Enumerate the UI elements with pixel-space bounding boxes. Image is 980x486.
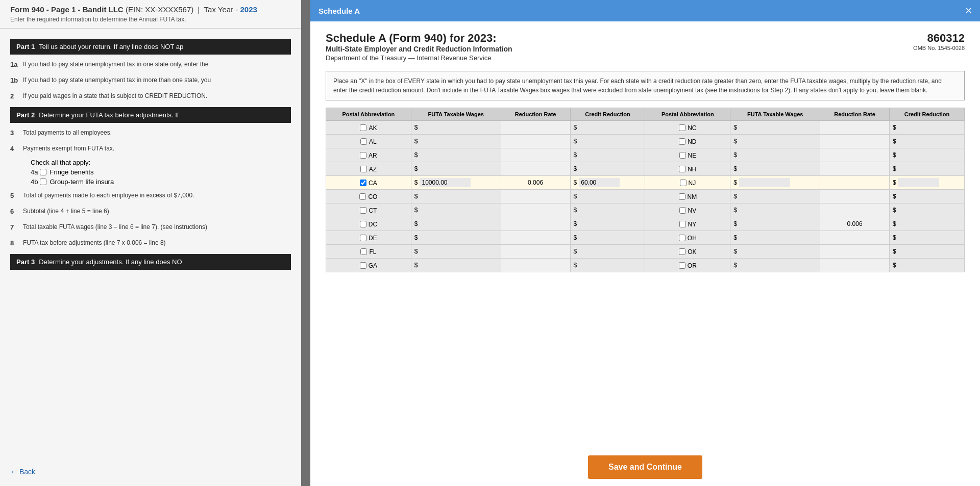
futa-wages-NH[interactable]: $ <box>730 162 820 176</box>
credit-reduction-NC[interactable]: $ <box>890 121 965 135</box>
checkbox-NM[interactable] <box>679 193 685 200</box>
futa-wages-AL[interactable]: $ <box>411 135 501 148</box>
credit-reduction-NH[interactable]: $ <box>890 162 965 176</box>
futa-wages-input-OH[interactable] <box>739 233 790 242</box>
checkbox-AZ[interactable] <box>360 166 367 172</box>
checkbox-DE[interactable] <box>360 235 366 241</box>
state-check-AL[interactable]: AL <box>326 135 411 148</box>
futa-wages-input-AR[interactable] <box>420 150 471 160</box>
credit-reduction-input-NY[interactable] <box>898 219 939 228</box>
credit-reduction-input-CO[interactable] <box>579 192 620 201</box>
checkbox-CA[interactable] <box>360 180 366 186</box>
checkbox-NV[interactable] <box>679 207 686 214</box>
credit-reduction-NV[interactable]: $ <box>890 203 965 217</box>
checkbox-AK[interactable] <box>360 124 366 131</box>
futa-wages-input-NM[interactable] <box>739 192 790 201</box>
credit-reduction-FL[interactable]: $ <box>570 245 645 259</box>
state-check-ND[interactable]: ND <box>645 135 730 148</box>
credit-reduction-AZ[interactable]: $ <box>570 162 645 176</box>
credit-reduction-input-CT[interactable] <box>579 206 620 215</box>
credit-reduction-OH[interactable]: $ <box>890 231 965 245</box>
futa-wages-CA[interactable]: $ <box>411 176 501 190</box>
credit-reduction-input-AK[interactable] <box>579 123 620 132</box>
state-check-GA[interactable]: GA <box>326 259 411 272</box>
futa-wages-input-NV[interactable] <box>739 206 790 215</box>
futa-wages-ND[interactable]: $ <box>730 135 820 148</box>
checkbox-AL[interactable] <box>360 138 367 145</box>
credit-reduction-NJ[interactable]: $ <box>890 176 965 190</box>
credit-reduction-CA[interactable]: $ <box>570 176 645 190</box>
credit-reduction-input-OK[interactable] <box>898 247 939 256</box>
futa-wages-NC[interactable]: $ <box>730 121 820 135</box>
futa-wages-input-FL[interactable] <box>420 247 471 256</box>
futa-wages-AR[interactable]: $ <box>411 148 501 162</box>
futa-wages-input-OK[interactable] <box>739 247 790 256</box>
futa-wages-input-CT[interactable] <box>420 206 471 215</box>
save-continue-button[interactable]: Save and Continue <box>588 455 702 479</box>
credit-reduction-DC[interactable]: $ <box>570 217 645 231</box>
credit-reduction-NY[interactable]: $ <box>890 217 965 231</box>
futa-wages-NY[interactable]: $ <box>730 217 820 231</box>
futa-wages-NJ[interactable]: $ <box>730 176 820 190</box>
state-check-AR[interactable]: AR <box>326 148 411 162</box>
credit-reduction-NM[interactable]: $ <box>890 190 965 203</box>
futa-wages-input-AZ[interactable] <box>420 164 471 173</box>
state-check-CT[interactable]: CT <box>326 203 411 217</box>
credit-reduction-OR[interactable]: $ <box>890 259 965 272</box>
credit-reduction-input-NJ[interactable] <box>898 178 939 187</box>
checkbox-AR[interactable] <box>360 152 366 159</box>
futa-wages-DC[interactable]: $ <box>411 217 501 231</box>
futa-wages-DE[interactable]: $ <box>411 231 501 245</box>
credit-reduction-AR[interactable]: $ <box>570 148 645 162</box>
credit-reduction-NE[interactable]: $ <box>890 148 965 162</box>
state-check-CA[interactable]: CA <box>326 176 411 190</box>
checkbox-GA[interactable] <box>360 262 366 269</box>
checkbox-NY[interactable] <box>679 221 686 227</box>
credit-reduction-input-DC[interactable] <box>579 219 620 228</box>
credit-reduction-input-NC[interactable] <box>898 123 939 132</box>
credit-reduction-input-OR[interactable] <box>898 261 939 270</box>
checkbox-4b[interactable] <box>40 178 46 185</box>
futa-wages-OR[interactable]: $ <box>730 259 820 272</box>
checkbox-NJ[interactable] <box>680 180 687 186</box>
state-check-OK[interactable]: OK <box>645 245 730 259</box>
futa-wages-input-AL[interactable] <box>420 137 471 146</box>
credit-reduction-input-AR[interactable] <box>579 150 620 160</box>
credit-reduction-OK[interactable]: $ <box>890 245 965 259</box>
back-button[interactable]: ← Back <box>10 468 35 476</box>
state-check-NC[interactable]: NC <box>645 121 730 135</box>
credit-reduction-GA[interactable]: $ <box>570 259 645 272</box>
credit-reduction-CT[interactable]: $ <box>570 203 645 217</box>
state-check-NJ[interactable]: NJ <box>645 176 730 190</box>
credit-reduction-input-ND[interactable] <box>898 137 939 146</box>
futa-wages-OK[interactable]: $ <box>730 245 820 259</box>
checkbox-OH[interactable] <box>679 235 685 241</box>
state-check-NE[interactable]: NE <box>645 148 730 162</box>
futa-wages-input-GA[interactable] <box>420 261 471 270</box>
checkbox-4a-row[interactable]: 4a Fringe benefits <box>31 168 291 176</box>
state-check-DC[interactable]: DC <box>326 217 411 231</box>
state-check-OR[interactable]: OR <box>645 259 730 272</box>
state-check-OH[interactable]: OH <box>645 231 730 245</box>
futa-wages-input-NH[interactable] <box>739 164 790 173</box>
modal-close-button[interactable]: × <box>965 5 972 16</box>
futa-wages-input-NC[interactable] <box>739 123 790 132</box>
credit-reduction-DE[interactable]: $ <box>570 231 645 245</box>
checkbox-NE[interactable] <box>679 152 686 159</box>
credit-reduction-AK[interactable]: $ <box>570 121 645 135</box>
checkbox-4a[interactable] <box>40 169 46 175</box>
futa-wages-input-DE[interactable] <box>420 233 471 242</box>
checkbox-DC[interactable] <box>360 221 366 227</box>
futa-wages-OH[interactable]: $ <box>730 231 820 245</box>
credit-reduction-input-AL[interactable] <box>579 137 620 146</box>
futa-wages-AZ[interactable]: $ <box>411 162 501 176</box>
futa-wages-AK[interactable]: $ <box>411 121 501 135</box>
credit-reduction-AL[interactable]: $ <box>570 135 645 148</box>
checkbox-CT[interactable] <box>360 207 366 214</box>
checkbox-NH[interactable] <box>679 166 685 172</box>
credit-reduction-input-DE[interactable] <box>579 233 620 242</box>
state-check-NM[interactable]: NM <box>645 190 730 203</box>
futa-wages-input-CA[interactable] <box>420 178 471 187</box>
credit-reduction-input-CA[interactable] <box>579 178 620 187</box>
futa-wages-CT[interactable]: $ <box>411 203 501 217</box>
